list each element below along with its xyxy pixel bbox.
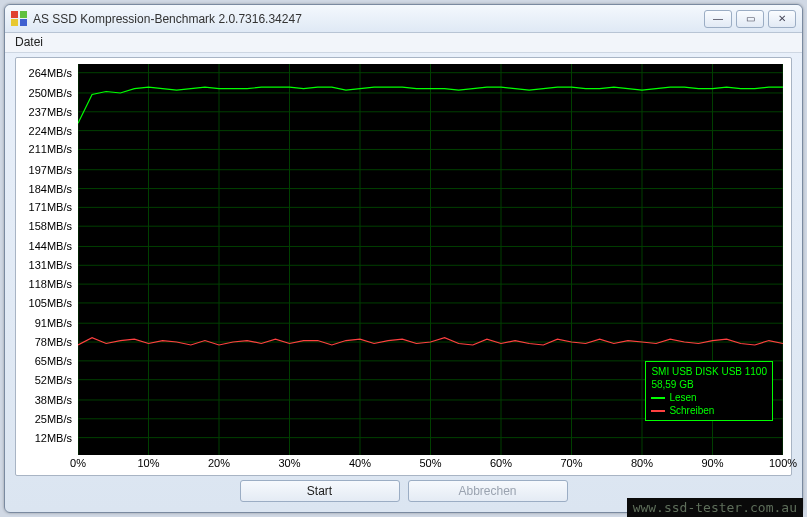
cancel-button: Abbrechen	[408, 480, 568, 502]
y-tick-label: 171MB/s	[29, 201, 72, 213]
y-tick-label: 131MB/s	[29, 259, 72, 271]
y-tick-label: 237MB/s	[29, 106, 72, 118]
y-tick-label: 78MB/s	[35, 336, 72, 348]
y-tick-label: 197MB/s	[29, 164, 72, 176]
x-tick-label: 0%	[70, 457, 86, 469]
x-tick-label: 80%	[631, 457, 653, 469]
y-tick-label: 250MB/s	[29, 87, 72, 99]
y-tick-label: 144MB/s	[29, 240, 72, 252]
y-tick-label: 211MB/s	[29, 143, 72, 155]
x-tick-label: 60%	[490, 457, 512, 469]
y-tick-label: 52MB/s	[35, 374, 72, 386]
y-tick-label: 264MB/s	[29, 67, 72, 79]
y-tick-label: 184MB/s	[29, 183, 72, 195]
maximize-button[interactable]: ▭	[736, 10, 764, 28]
x-tick-label: 20%	[208, 457, 230, 469]
legend-device: SMI USB DISK USB 1100	[651, 365, 767, 378]
legend-read: Lesen	[651, 391, 767, 404]
x-tick-label: 70%	[560, 457, 582, 469]
x-tick-label: 50%	[419, 457, 441, 469]
legend-capacity: 58,59 GB	[651, 378, 767, 391]
y-axis-labels: 12MB/s25MB/s38MB/s52MB/s65MB/s78MB/s91MB…	[16, 64, 76, 455]
y-tick-label: 105MB/s	[29, 297, 72, 309]
legend-write-label: Schreiben	[669, 404, 714, 417]
watermark: www.ssd-tester.com.au	[627, 498, 803, 517]
titlebar: AS SSD Kompression-Benchmark 2.0.7316.34…	[5, 5, 802, 33]
x-tick-label: 10%	[137, 457, 159, 469]
menu-file[interactable]: Datei	[15, 35, 43, 49]
minimize-button[interactable]: —	[704, 10, 732, 28]
close-button[interactable]: ✕	[768, 10, 796, 28]
window-title: AS SSD Kompression-Benchmark 2.0.7316.34…	[33, 12, 302, 26]
y-tick-label: 25MB/s	[35, 413, 72, 425]
y-tick-label: 158MB/s	[29, 220, 72, 232]
legend-read-swatch	[651, 397, 665, 399]
legend-write: Schreiben	[651, 404, 767, 417]
chart-panel: 12MB/s25MB/s38MB/s52MB/s65MB/s78MB/s91MB…	[15, 57, 792, 476]
x-tick-label: 90%	[701, 457, 723, 469]
x-tick-label: 40%	[349, 457, 371, 469]
y-tick-label: 91MB/s	[35, 317, 72, 329]
y-tick-label: 12MB/s	[35, 432, 72, 444]
app-window: AS SSD Kompression-Benchmark 2.0.7316.34…	[4, 4, 803, 513]
x-tick-label: 100%	[769, 457, 797, 469]
window-controls: — ▭ ✕	[704, 10, 796, 28]
chart-area: SMI USB DISK USB 1100 58,59 GB Lesen Sch…	[78, 64, 783, 455]
x-axis-labels: 0%10%20%30%40%50%60%70%80%90%100%	[78, 457, 783, 475]
legend-box: SMI USB DISK USB 1100 58,59 GB Lesen Sch…	[645, 361, 773, 421]
start-button[interactable]: Start	[240, 480, 400, 502]
x-tick-label: 30%	[278, 457, 300, 469]
y-tick-label: 224MB/s	[29, 125, 72, 137]
y-tick-label: 118MB/s	[29, 278, 72, 290]
menu-bar: Datei	[5, 33, 802, 53]
y-tick-label: 65MB/s	[35, 355, 72, 367]
app-icon	[11, 11, 27, 27]
legend-read-label: Lesen	[669, 391, 696, 404]
y-tick-label: 38MB/s	[35, 394, 72, 406]
legend-write-swatch	[651, 410, 665, 412]
